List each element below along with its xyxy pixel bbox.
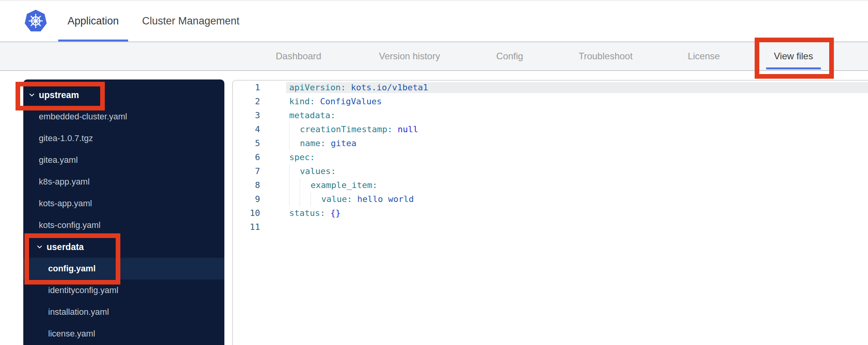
tree-file-kots-config.yaml[interactable]: kots-config.yaml <box>23 214 224 236</box>
code-line-content <box>289 222 868 233</box>
tree-file-gitea-1.0.7.tgz[interactable]: gitea-1.0.7.tgz <box>23 128 224 149</box>
code-line-5[interactable]: 5name: gitea <box>233 136 868 150</box>
yaml-value: null <box>398 122 418 136</box>
line-number: 7 <box>233 164 272 178</box>
code-line-4[interactable]: 4creationTimestamp: null <box>233 122 868 136</box>
yaml-key: creationTimestamp <box>300 122 387 136</box>
chevron-down-icon <box>28 91 35 98</box>
code-line-content: metadata: <box>289 110 868 121</box>
file-content-editor[interactable]: 1apiVersion: kots.io/v1beta12kind: Confi… <box>232 80 868 345</box>
tree-folder-userdata[interactable]: userdata <box>23 236 224 258</box>
yaml-colon: : <box>372 178 377 192</box>
indent-guide <box>300 192 310 206</box>
code-line-10[interactable]: 10status: {} <box>233 206 868 220</box>
nav-tab-config[interactable]: Config <box>496 42 523 70</box>
code-text: kind: ConfigValues <box>272 95 868 109</box>
header-tabs: ApplicationCluster Management <box>58 1 249 41</box>
tree-item-label: gitea.yaml <box>39 155 78 165</box>
kubernetes-logo-icon <box>24 9 47 33</box>
yaml-colon: : <box>320 206 325 220</box>
code-text: name: gitea <box>272 136 868 150</box>
line-number: 8 <box>233 178 272 192</box>
nav-tab-version-history[interactable]: Version history <box>379 42 440 70</box>
code-line-content: value: hello world <box>321 194 868 205</box>
code-line-content: name: gitea <box>300 138 868 149</box>
yaml-value: gitea <box>331 136 356 150</box>
tree-file-installation.yaml[interactable]: installation.yaml <box>23 301 224 323</box>
yaml-key: status <box>289 206 320 220</box>
tree-item-label: upstream <box>39 90 79 100</box>
yaml-key: example_item <box>311 178 372 192</box>
tree-item-label: k8s-app.yaml <box>39 177 90 187</box>
tree-file-license.yaml[interactable]: license.yaml <box>23 323 224 345</box>
yaml-colon: : <box>347 192 352 206</box>
indent-guide <box>289 122 300 136</box>
indent-guide <box>300 178 310 192</box>
yaml-colon: : <box>340 81 345 95</box>
yaml-key: value <box>321 192 347 206</box>
tree-item-label: gitea-1.0.7.tgz <box>39 133 93 143</box>
nav-tab-license[interactable]: License <box>688 42 720 70</box>
yaml-key: kind <box>289 95 310 109</box>
line-number: 5 <box>233 136 272 150</box>
code-line-content: kind: ConfigValues <box>289 96 868 107</box>
yaml-colon: : <box>310 150 315 164</box>
tree-file-identityconfig.yaml[interactable]: identityconfig.yaml <box>23 279 224 301</box>
code-text: spec: <box>272 150 868 164</box>
code-line-2[interactable]: 2kind: ConfigValues <box>233 95 868 109</box>
indent-guide <box>311 192 321 206</box>
yaml-key: metadata <box>289 109 330 122</box>
yaml-value: hello world <box>357 192 414 206</box>
header-tab-label: Application <box>68 15 119 27</box>
tree-item-label: license.yaml <box>48 329 95 339</box>
line-number: 1 <box>233 81 272 95</box>
code-line-content: creationTimestamp: null <box>300 124 868 135</box>
code-line-9[interactable]: 9value: hello world <box>233 192 868 206</box>
yaml-key: spec <box>289 150 310 164</box>
nav-tab-troubleshoot[interactable]: Troubleshoot <box>578 42 632 70</box>
tree-item-label: embedded-cluster.yaml <box>39 112 127 122</box>
yaml-value: ConfigValues <box>320 95 382 109</box>
line-number: 3 <box>233 109 272 122</box>
header-tab-cluster-management[interactable]: Cluster Management <box>133 1 249 41</box>
line-number: 10 <box>233 206 272 220</box>
code-text: apiVersion: kots.io/v1beta1 <box>286 81 868 95</box>
yaml-key: values <box>300 164 330 178</box>
header-tab-application[interactable]: Application <box>58 1 128 41</box>
app-subnav: DashboardVersion historyConfigTroublesho… <box>0 41 868 71</box>
code-line-1[interactable]: 1apiVersion: kots.io/v1beta1 <box>233 81 868 95</box>
yaml-colon: : <box>310 95 315 109</box>
nav-tab-view-files[interactable]: View files <box>774 42 813 70</box>
code-line-6[interactable]: 6spec: <box>233 150 868 164</box>
code-text: value: hello world <box>272 192 868 206</box>
yaml-colon: : <box>330 109 335 122</box>
tree-item-label: config.yaml <box>48 264 95 274</box>
tree-item-label: kots-app.yaml <box>39 198 92 209</box>
tree-file-kots-app.yaml[interactable]: kots-app.yaml <box>23 193 224 214</box>
code-text: status: {} <box>272 206 868 220</box>
yaml-colon: : <box>387 122 392 136</box>
top-header: ApplicationCluster Management <box>0 0 868 41</box>
code-line-3[interactable]: 3metadata: <box>233 109 868 122</box>
tree-file-k8s-app.yaml[interactable]: k8s-app.yaml <box>23 171 224 193</box>
line-number: 6 <box>233 150 272 164</box>
code-line-content: apiVersion: kots.io/v1beta1 <box>286 82 868 93</box>
code-line-8[interactable]: 8example_item: <box>233 178 868 192</box>
indent-guide <box>289 136 300 150</box>
file-tree-sidebar: upstreamembedded-cluster.yamlgitea-1.0.7… <box>23 79 224 345</box>
kots-admin-console: ApplicationCluster Management DashboardV… <box>0 0 868 345</box>
yaml-value: {} <box>330 206 341 220</box>
tree-file-config.yaml[interactable]: config.yaml <box>23 258 224 279</box>
indent-guide <box>289 192 300 206</box>
yaml-key: apiVersion <box>289 81 340 95</box>
indent-guide <box>289 178 300 192</box>
nav-tab-dashboard[interactable]: Dashboard <box>276 42 321 70</box>
tree-file-embedded-cluster.yaml[interactable]: embedded-cluster.yaml <box>23 106 224 128</box>
tree-folder-upstream[interactable]: upstream <box>23 84 224 106</box>
code-line-11[interactable]: 11 <box>233 220 868 234</box>
code-text: example_item: <box>272 178 868 192</box>
code-line-7[interactable]: 7values: <box>233 164 868 178</box>
line-number: 4 <box>233 122 272 136</box>
code-text: metadata: <box>272 109 868 122</box>
tree-file-gitea.yaml[interactable]: gitea.yaml <box>23 149 224 171</box>
